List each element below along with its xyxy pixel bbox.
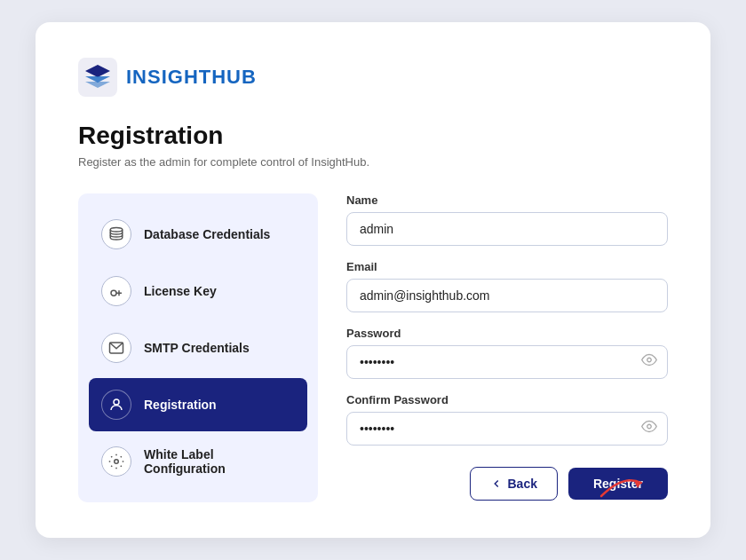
white-label-icon: [101, 446, 131, 477]
password-group: Password: [346, 327, 668, 379]
page-title: Registration: [78, 122, 668, 150]
name-group: Name: [346, 193, 668, 246]
sidebar-item-label: White Label Configuration: [144, 447, 295, 476]
sidebar-item-license-key[interactable]: License Key: [89, 264, 307, 318]
svg-point-10: [647, 424, 652, 429]
logo-text: INSIGHTHUB: [126, 66, 257, 89]
form-area: Name Email Password Confirm Password: [346, 193, 668, 502]
confirm-password-label: Confirm Password: [346, 393, 668, 406]
svg-point-8: [115, 460, 119, 464]
svg-point-7: [114, 399, 119, 405]
sidebar-item-db-credentials[interactable]: Database Credentials: [89, 208, 307, 261]
sidebar-item-registration[interactable]: Registration: [89, 378, 307, 431]
registration-icon: [101, 390, 131, 420]
password-label: Password: [346, 327, 668, 340]
logo-icon: [78, 58, 117, 97]
content-row: Database Credentials License Key SMTP Cr…: [78, 193, 668, 502]
confirm-password-wrap: [346, 412, 668, 446]
name-input[interactable]: [346, 212, 668, 246]
email-group: Email: [346, 260, 668, 312]
email-input[interactable]: [346, 279, 668, 312]
svg-point-4: [110, 228, 123, 233]
arrow-indicator: [597, 465, 650, 504]
svg-point-9: [647, 358, 652, 362]
registration-card: INSIGHTHUB Registration Register as the …: [36, 22, 710, 538]
svg-point-5: [111, 290, 116, 296]
page-subtitle: Register as the admin for complete contr…: [78, 155, 668, 169]
confirm-password-input[interactable]: [346, 412, 668, 446]
password-input[interactable]: [346, 345, 668, 379]
logo-area: INSIGHTHUB: [78, 58, 668, 97]
confirm-password-group: Confirm Password: [346, 393, 668, 446]
sidebar: Database Credentials License Key SMTP Cr…: [78, 193, 318, 502]
email-label: Email: [346, 260, 668, 273]
sidebar-item-label: SMTP Credentials: [144, 341, 250, 355]
sidebar-item-label: License Key: [144, 284, 217, 298]
smtp-icon: [101, 333, 131, 363]
password-eye-icon[interactable]: [641, 352, 657, 373]
sidebar-item-label: Database Credentials: [144, 227, 270, 241]
confirm-password-eye-icon[interactable]: [641, 419, 657, 439]
sidebar-item-smtp[interactable]: SMTP Credentials: [89, 321, 307, 375]
sidebar-item-white-label[interactable]: White Label Configuration: [89, 435, 307, 488]
password-wrap: [346, 345, 668, 379]
license-key-icon: [101, 276, 131, 306]
sidebar-item-label: Registration: [144, 398, 217, 412]
db-credentials-icon: [101, 219, 131, 249]
back-button[interactable]: Back: [470, 467, 558, 501]
name-label: Name: [346, 193, 668, 207]
